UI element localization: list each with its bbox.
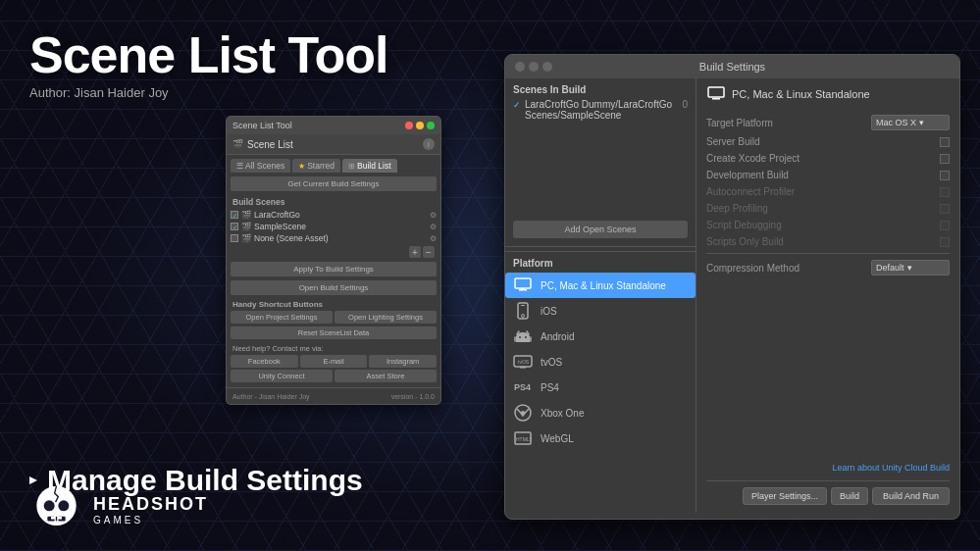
scene-3-gear[interactable]: ⚙ [430, 234, 437, 243]
learn-cloud-link[interactable]: Learn about Unity Cloud Build [706, 459, 950, 476]
player-settings-button[interactable]: Player Settings... [743, 487, 827, 505]
build-list-icon: ⊞ [348, 162, 355, 171]
platform-item-webgl[interactable]: HTML5 WebGL [505, 426, 696, 451]
build-scene-name: LaraCroftGo Dummy/LaraCroftGoScenes/Samp… [525, 99, 688, 121]
build-button[interactable]: Build [831, 487, 868, 505]
scene-3-checkbox[interactable] [231, 234, 238, 242]
open-build-settings-button[interactable]: Open Build Settings [231, 280, 437, 295]
instagram-button[interactable]: Instagram [369, 355, 437, 368]
svg-point-11 [522, 315, 525, 318]
scripts-only-label: Scripts Only Build [706, 236, 784, 247]
scene-item-2: ✓ 🎬 SampleScene ⚙ [227, 221, 440, 232]
platform-item-xbox[interactable]: Xbox One [505, 400, 696, 426]
platform-list: PC, Mac & Linux Standalone iOS [505, 273, 696, 513]
scene-2-icon: 🎬 SampleScene [241, 222, 427, 231]
svg-point-15 [519, 336, 521, 338]
build-scene-check: ✓ [513, 100, 521, 110]
slw-header-title-area: 🎬 Scene List [232, 139, 293, 150]
scene-1-checkbox[interactable]: ✓ [231, 211, 238, 219]
platform-item-pc[interactable]: PC, Mac & Linux Standalone [505, 273, 696, 298]
tab-all-scenes-label: All Scenes [245, 161, 284, 171]
bs-titlebar: Build Settings [505, 55, 959, 78]
development-build-checkbox[interactable] [940, 171, 950, 180]
build-scenes-label: Build Scenes [227, 195, 440, 209]
build-and-run-button[interactable]: Build And Run [872, 487, 950, 505]
build-scene-number: 0 [682, 99, 688, 110]
platform-item-android[interactable]: Android [505, 324, 696, 349]
bs-max-dot[interactable] [542, 62, 552, 72]
unity-connect-button[interactable]: Unity Connect [231, 370, 333, 382]
create-xcode-checkbox[interactable] [940, 154, 950, 164]
platform-item-ios[interactable]: iOS [505, 298, 696, 324]
apply-to-build-button[interactable]: Apply To Build Settings [231, 262, 437, 276]
scripts-only-row: Scripts Only Build [706, 233, 950, 250]
bs-close-dot[interactable] [515, 62, 525, 72]
xbox-icon [513, 405, 533, 421]
scenes-in-build-label: Scenes In Build [505, 78, 696, 99]
settings-divider [706, 253, 950, 254]
platform-item-tvos[interactable]: tvOS tvOS [505, 349, 696, 375]
maximize-dot[interactable] [427, 122, 435, 129]
server-build-label: Server Build [706, 136, 759, 147]
bs-right-panel: PC, Mac & Linux Standalone Target Platfo… [696, 78, 959, 513]
scenes-list: ✓ LaraCroftGo Dummy/LaraCroftGoScenes/Sa… [505, 99, 696, 217]
bs-min-dot[interactable] [529, 62, 539, 72]
bs-content: Scenes In Build ✓ LaraCroftGo Dummy/Lara… [505, 78, 959, 513]
scene-2-gear[interactable]: ⚙ [430, 223, 437, 231]
create-xcode-row: Create Xcode Project [706, 150, 950, 167]
need-help-label: Need help? Contact me via: [227, 341, 440, 354]
page-title: Scene List Tool [29, 29, 451, 80]
svg-rect-9 [521, 288, 525, 290]
create-xcode-label: Create Xcode Project [706, 153, 799, 164]
target-platform-dropdown[interactable]: Mac OS X ▾ [871, 115, 950, 130]
ios-icon [513, 303, 533, 319]
asset-store-button[interactable]: Asset Store [335, 370, 437, 382]
tvos-icon: tvOS [513, 354, 533, 370]
bs-window-controls [515, 62, 552, 72]
pc-icon [513, 277, 533, 293]
get-current-build-button[interactable]: Get Current Build Settings [231, 176, 437, 191]
dropdown-chevron: ▾ [919, 118, 924, 127]
deep-profiling-row: Deep Profiling [706, 200, 950, 217]
svg-point-1 [44, 500, 55, 511]
script-debugging-label: Script Debugging [706, 220, 782, 230]
svg-point-26 [521, 411, 525, 415]
tab-all-scenes[interactable]: ☰ All Scenes [231, 159, 290, 173]
headshot-name: HEADSHOT [93, 494, 208, 515]
author-label: Author: Jisan Haider Joy [29, 85, 451, 100]
tab-starred[interactable]: ★ Starred [292, 159, 340, 173]
facebook-button[interactable]: Facebook [231, 355, 298, 368]
open-project-settings-button[interactable]: Open Project Settings [231, 311, 333, 324]
add-scene-button[interactable]: + [409, 246, 421, 258]
minimize-dot[interactable] [416, 122, 424, 129]
reset-scene-list-button[interactable]: Reset SceneList Data [231, 326, 437, 339]
svg-rect-22 [520, 367, 526, 369]
server-build-row: Server Build [706, 133, 950, 150]
headshot-text: HEADSHOT GAMES [93, 494, 208, 526]
skull-icon [29, 482, 83, 536]
slw-header-label: Scene List [247, 139, 293, 150]
svg-text:tvOS: tvOS [518, 359, 530, 365]
close-dot[interactable] [405, 122, 413, 129]
scene-2-checkbox[interactable]: ✓ [231, 223, 238, 230]
info-button[interactable]: i [423, 138, 435, 150]
compression-row: Compression Method Default ▾ [706, 257, 950, 278]
spacer [706, 278, 950, 459]
open-lighting-settings-button[interactable]: Open Lighting Settings [335, 311, 437, 324]
remove-scene-button[interactable]: − [423, 246, 435, 258]
scene-1-icon: 🎬 LaraCroftGo [241, 210, 427, 220]
platform-ios-label: iOS [541, 306, 557, 317]
email-button[interactable]: E-mail [300, 355, 368, 368]
tab-build-list[interactable]: ⊞ Build List [342, 159, 397, 173]
compression-label: Compression Method [706, 263, 799, 274]
server-build-checkbox[interactable] [940, 137, 950, 147]
platform-item-ps4[interactable]: PS4 PS4 [505, 375, 696, 400]
footer-version: version - 1.0.0 [391, 393, 435, 400]
scene-1-gear[interactable]: ⚙ [430, 211, 437, 220]
svg-point-16 [525, 336, 527, 338]
bs-bottom-buttons: Player Settings... Build Build And Run [706, 480, 950, 505]
platform-xbox-label: Xbox One [541, 408, 584, 419]
slw-header: 🎬 Scene List i [227, 134, 440, 155]
add-open-scenes-button[interactable]: Add Open Scenes [513, 221, 688, 238]
compression-dropdown[interactable]: Default ▾ [871, 260, 950, 276]
